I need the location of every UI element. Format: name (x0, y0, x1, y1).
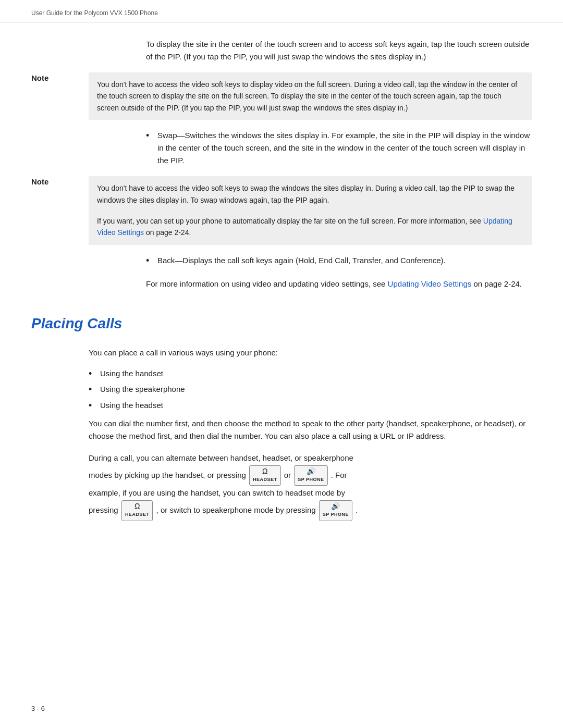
bullet-dot-speakerphone: • (89, 382, 100, 397)
spphone-button-1[interactable]: 🔊 SP PHONE (294, 465, 327, 486)
spphone-label-1: SP PHONE (298, 475, 324, 484)
bullet-section-2: • Back—Displays the call soft keys again… (146, 254, 532, 268)
spphone-label-2: SP PHONE (323, 510, 349, 519)
intro-paragraph: To display the site in the center of the… (146, 38, 532, 63)
note-block-1: Note You don't have to access the video … (31, 72, 532, 120)
placing-para1: You can dial the number first, and then … (89, 417, 532, 442)
spphone-icon-2: 🔊 (331, 502, 340, 510)
bullet-speakerphone: • Using the speakerphone (89, 383, 532, 397)
header-title: User Guide for the Polycom VVX 1500 Phon… (31, 9, 158, 17)
note2-line2end: on page 2-24. (144, 228, 191, 237)
para2-or: or (284, 470, 291, 479)
note-label-2: Note (31, 176, 89, 245)
bullet-section-1: • Swap—Switches the windows the sites di… (146, 129, 532, 167)
placing-para2: During a call, you can alternate between… (89, 451, 532, 521)
headset-icon-2: Ω (134, 502, 140, 510)
headset-icon-1: Ω (262, 467, 267, 475)
outro-paragraph: For more information on using video and … (146, 278, 532, 290)
placing-bullets: • Using the handset • Using the speakerp… (89, 367, 532, 413)
bullet-text-back: Back—Displays the call soft keys again (… (157, 254, 446, 267)
bullet-text-handset: Using the handset (100, 367, 163, 380)
outro-text: For more information on using video and … (146, 279, 388, 288)
bullet-headset: • Using the headset (89, 399, 532, 413)
bullet-item-swap: • Swap—Switches the windows the sites di… (146, 129, 532, 167)
note-block-2: Note You don't have to access the video … (31, 176, 532, 245)
bullet-dot-2: • (146, 253, 157, 268)
note-content-2: You don't have to access the video soft … (89, 176, 532, 245)
page-header: User Guide for the Polycom VVX 1500 Phon… (0, 0, 563, 22)
placing-intro: You can place a call in various ways usi… (89, 347, 532, 359)
headset-label-1: HEADSET (253, 475, 277, 484)
note-content-1: You don't have to access the video soft … (89, 72, 532, 120)
headset-button-2[interactable]: Ω HEADSET (121, 500, 153, 521)
para4-start: pressing (89, 505, 118, 514)
spphone-button-2[interactable]: 🔊 SP PHONE (319, 500, 352, 521)
para4-end: . (356, 505, 358, 514)
headset-button-1[interactable]: Ω HEADSET (249, 465, 281, 486)
page-number: 3 - 6 (31, 705, 45, 712)
para4-mid: , or switch to speakerphone mode by pres… (156, 505, 316, 514)
page-content: To display the site in the center of the… (0, 22, 563, 547)
bullet-text-speakerphone: Using the speakerphone (100, 383, 185, 396)
headset-label-2: HEADSET (125, 510, 150, 519)
bullet-item-back: • Back—Displays the call soft keys again… (146, 254, 532, 268)
para2-mid: modes by picking up the handset, or pres… (89, 470, 246, 479)
para2-for: . For (331, 470, 347, 479)
para2-start: During a call, you can alternate between… (89, 453, 353, 462)
bullet-dot-handset: • (89, 366, 100, 381)
bullet-dot-1: • (146, 128, 157, 143)
outro-end: on page 2-24. (471, 279, 522, 288)
bullet-text-swap: Swap—Switches the windows the sites disp… (157, 129, 532, 167)
outro-link[interactable]: Updating Video Settings (388, 279, 472, 288)
note-label-1: Note (31, 72, 89, 120)
bullet-text-headset: Using the headset (100, 399, 163, 412)
bullet-dot-headset: • (89, 398, 100, 413)
section-heading-placing-calls: Placing Calls (31, 315, 532, 332)
para3-start: example, if you are using the handset, y… (89, 488, 345, 497)
note2-line1: You don't have to access the video soft … (97, 184, 515, 204)
bullet-handset: • Using the handset (89, 367, 532, 381)
note2-line2: If you want, you can set up your phone t… (97, 217, 483, 225)
note2-sub: If you want, you can set up your phone t… (97, 211, 523, 239)
spphone-icon-1: 🔊 (307, 467, 315, 475)
